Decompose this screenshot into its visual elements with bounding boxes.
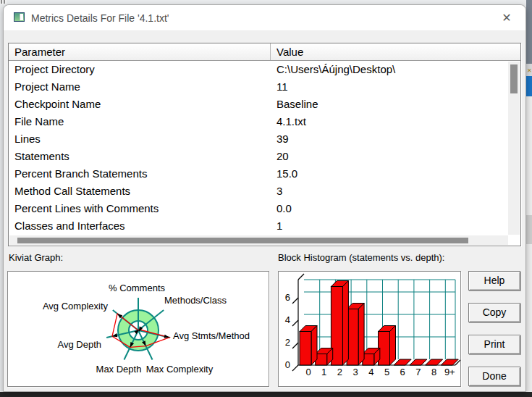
horizontal-scrollbar-track[interactable] (9, 235, 508, 245)
horizontal-scrollbar-thumb[interactable] (17, 238, 468, 243)
table-row[interactable]: Method Call Statements3 (9, 183, 509, 200)
xtick-label: 1 (321, 367, 326, 377)
xtick-label: 7 (415, 367, 421, 377)
window-title: Metrics Details For File '4.1.txt' (31, 5, 169, 31)
value-cell: C:\Users\Áújng\Desktop\ (276, 61, 395, 78)
table-row[interactable]: Lines39 (9, 130, 509, 148)
value-cell: Baseline (276, 96, 318, 113)
param-cell: File Name (14, 113, 64, 130)
ytick-label: 2 (285, 337, 290, 348)
print-button[interactable]: Print (468, 335, 520, 354)
param-cell: Percent Lines with Comments (14, 200, 159, 217)
title-bar[interactable]: Metrics Details For File '4.1.txt' ✕ (4, 5, 525, 31)
table-row[interactable]: Percent Lines with Comments0.0 (9, 200, 509, 217)
kiviat-axis-label: Methods/Class (164, 295, 227, 306)
done-button[interactable]: Done (468, 367, 520, 386)
ytick-label: 0 (285, 359, 290, 370)
histogram-bars (300, 281, 458, 366)
kiviat-axis-label: Max Depth (96, 364, 142, 375)
backdrop-gray-block (526, 215, 532, 244)
xtick-label: 9+ (444, 367, 455, 377)
app-icon (14, 12, 25, 22)
xtick-label: 6 (400, 367, 405, 377)
value-cell: 15.0 (276, 165, 297, 183)
param-cell: Checkpoint Name (14, 96, 101, 113)
table-header-row: Parameter Value (9, 43, 520, 61)
param-cell: Classes and Interfaces (14, 217, 125, 235)
column-header-value[interactable]: Value (271, 43, 520, 60)
param-cell: Statements (14, 148, 69, 165)
histogram-panel: 02460123456789+ (278, 271, 461, 387)
kiviat-axis-label: % Comments (109, 283, 166, 293)
param-cell: Percent Branch Statements (14, 165, 147, 183)
kiviat-axis-label: Max Complexity (146, 364, 214, 375)
table-row[interactable]: Percent Branch Statements15.0 (9, 165, 509, 183)
backdrop-gray-bar (526, 0, 532, 64)
histogram-chart: 02460123456789+ (279, 272, 460, 386)
xtick-label: 0 (305, 367, 311, 377)
value-cell: 1 (276, 217, 282, 235)
xtick-label: 4 (368, 367, 373, 377)
histogram-section-label: Block Histogram (statements vs. depth): (278, 252, 444, 263)
param-cell: Lines (14, 130, 41, 148)
value-cell: 0.0 (276, 200, 292, 217)
kiviat-axis-label: Avg Stmts/Method (173, 330, 250, 341)
value-cell: 11 (276, 78, 288, 96)
value-cell: 3 (276, 183, 282, 200)
copy-button[interactable]: Copy (468, 303, 520, 322)
ytick-label: 6 (285, 292, 290, 303)
background-window-sliver-right: ✕ (526, 0, 532, 397)
table-row[interactable]: Statements20 (9, 148, 509, 165)
param-cell: Project Directory (14, 61, 95, 78)
kiviat-panel: % CommentsMethods/ClassAvg Stmts/MethodM… (7, 271, 269, 387)
xtick-label: 3 (352, 367, 358, 377)
value-cell: 4.1.txt (276, 113, 306, 130)
param-cell: Project Name (14, 78, 80, 96)
vertical-scrollbar-track[interactable] (508, 62, 520, 235)
background-window-sliver-topleft (0, 0, 7, 4)
histogram-ytick-labels: 0246 (285, 292, 290, 370)
table-row[interactable]: Project Name11 (9, 78, 509, 96)
value-cell: 20 (276, 148, 289, 165)
close-icon[interactable]: ✕ (497, 9, 517, 27)
ytick-label: 4 (285, 314, 290, 325)
table-row[interactable]: Checkpoint NameBaseline (9, 96, 509, 113)
metrics-details-dialog: Metrics Details For File '4.1.txt' ✕ Par… (3, 4, 526, 392)
backdrop-blue-bar (526, 76, 532, 96)
xtick-label: 5 (384, 367, 389, 377)
param-cell: Method Call Statements (14, 183, 130, 200)
background-dark-strip (0, 392, 532, 397)
backdrop-fill (526, 96, 532, 215)
value-cell: 39 (276, 130, 289, 148)
xtick-label: 8 (431, 367, 436, 377)
table-row[interactable]: File Name4.1.txt (9, 113, 509, 130)
kiviat-axis-label: Avg Depth (58, 339, 101, 350)
table-row[interactable]: Project DirectoryC:\Users\Áújng\Desktop\ (9, 61, 509, 78)
kiviat-section-label: Kiviat Graph: (9, 252, 63, 263)
backdrop-x-mark: ✕ (527, 67, 531, 74)
table-body: Project DirectoryC:\Users\Áújng\Desktop\… (9, 61, 509, 235)
help-button[interactable]: Help (468, 271, 520, 291)
vertical-scrollbar-thumb[interactable] (510, 64, 518, 93)
column-header-parameter[interactable]: Parameter (9, 43, 271, 60)
histogram-xtick-labels: 0123456789+ (305, 367, 455, 377)
metrics-list: Parameter Value Project DirectoryC:\User… (8, 43, 521, 246)
kiviat-axis-label: Avg Complexity (43, 301, 109, 312)
table-row[interactable]: Classes and Interfaces1 (9, 217, 509, 235)
kiviat-chart: % CommentsMethods/ClassAvg Stmts/MethodM… (8, 272, 269, 386)
xtick-label: 2 (337, 367, 342, 377)
